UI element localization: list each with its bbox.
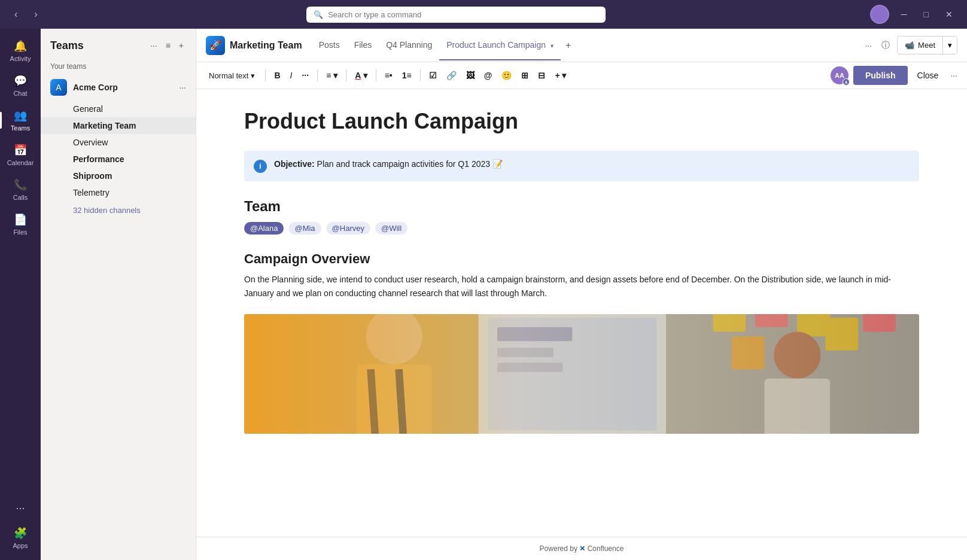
more-icon: ··· <box>16 502 25 515</box>
italic-button[interactable]: I <box>287 68 296 83</box>
calendar-icon: 📅 <box>14 144 27 157</box>
tab-q4planning[interactable]: Q4 Planning <box>379 31 439 60</box>
sidebar: Teams ··· ≡ + Your teams A Acme Corp ···… <box>41 29 196 560</box>
channel-item-performance[interactable]: Performance <box>41 151 196 168</box>
table-button[interactable]: ⊞ <box>518 68 532 83</box>
emoji-button[interactable]: 🙂 <box>498 68 515 83</box>
sidebar-more-button[interactable]: ··· <box>148 38 160 53</box>
campaign-overview-heading: Campaign Overview <box>244 251 919 267</box>
mention-harvey[interactable]: @Harvey <box>326 222 370 235</box>
toolbar-divider-3 <box>346 69 346 81</box>
channel-item-shiproom[interactable]: Shiproom <box>41 168 196 184</box>
search-bar[interactable]: 🔍 <box>306 7 606 23</box>
bullet-list-button[interactable]: ≡• <box>381 68 396 83</box>
user-avatar[interactable] <box>870 5 889 24</box>
more-formatting-button[interactable]: ··· <box>298 68 312 83</box>
mention-alana[interactable]: @Alana <box>244 222 284 235</box>
files-icon: 📄 <box>14 213 27 226</box>
nav-forward-button[interactable]: › <box>29 7 42 22</box>
align-button[interactable]: ≡ ▾ <box>323 68 341 83</box>
sidebar-item-teams[interactable]: 👥 Teams <box>0 103 41 138</box>
channel-info-button[interactable]: ⓘ <box>879 38 892 53</box>
left-nav: 🔔 Activity 💬 Chat 👥 Teams 📅 Calendar 📞 C… <box>0 29 41 560</box>
channel-name: Marketing Team <box>230 40 302 51</box>
toolbar-divider-4 <box>376 69 376 81</box>
font-color-icon: A <box>355 71 361 80</box>
publish-button[interactable]: Publish <box>853 66 908 85</box>
text-style-select[interactable]: Normal text ▾ <box>203 68 260 83</box>
minimize-button[interactable]: ─ <box>896 7 912 22</box>
team-group: A Acme Corp ··· General Marketing Team O… <box>41 74 196 220</box>
campaign-image <box>244 314 919 434</box>
sidebar-item-more[interactable]: ··· <box>0 496 41 521</box>
sidebar-add-button[interactable]: + <box>177 38 186 53</box>
sidebar-item-chat[interactable]: 💬 Chat <box>0 68 41 103</box>
tab-product-launch[interactable]: Product Launch Campaign ▾ <box>439 31 561 60</box>
bold-button[interactable]: B <box>270 68 284 83</box>
channel-more-button[interactable]: ··· <box>862 38 874 53</box>
channel-item-marketing-team[interactable]: Marketing Team <box>41 117 196 134</box>
sidebar-item-apps[interactable]: 🧩 Apps <box>0 521 41 555</box>
teams-icon: 👥 <box>14 109 27 122</box>
sidebar-title: Teams <box>50 39 84 52</box>
sidebar-filter-button[interactable]: ≡ <box>163 38 173 53</box>
tab-posts[interactable]: Posts <box>312 31 347 60</box>
team-name: Acme Corp <box>73 83 173 92</box>
calls-icon: 📞 <box>14 178 27 191</box>
more-actions-button[interactable]: ··· <box>948 68 960 83</box>
your-teams-label: Your teams <box>41 57 196 74</box>
meet-dropdown-button[interactable]: ▾ <box>942 36 957 54</box>
tab-product-launch-dropdown[interactable]: ▾ <box>551 42 554 49</box>
powered-by-text: Powered by <box>540 544 577 553</box>
apps-label: Apps <box>13 542 28 549</box>
channel-header-right: ··· ⓘ 📹 Meet ▾ <box>862 36 957 54</box>
mention-will[interactable]: @Will <box>375 222 408 235</box>
channel-item-overview[interactable]: Overview <box>41 134 196 151</box>
numbered-list-button[interactable]: 1≡ <box>399 68 415 83</box>
close-window-button[interactable]: ✕ <box>941 7 957 22</box>
team-more-button[interactable]: ··· <box>179 83 186 92</box>
editor-content: Product Launch Campaign i Objective: Pla… <box>196 89 967 537</box>
editor-toolbar: Normal text ▾ B I ··· ≡ ▾ A ▾ ≡• 1≡ ☑ 🔗 … <box>196 62 967 89</box>
search-input[interactable] <box>328 10 598 19</box>
author-initials: AA <box>835 72 844 79</box>
confluence-label: Confluence <box>588 544 624 553</box>
calls-label: Calls <box>13 194 28 201</box>
font-color-button[interactable]: A ▾ <box>351 68 370 83</box>
table-column-button[interactable]: ⊟ <box>534 68 549 83</box>
plus-insert-button[interactable]: + ▾ <box>551 68 570 83</box>
at-mention-button[interactable]: @ <box>481 68 496 83</box>
info-icon: i <box>254 160 267 173</box>
task-list-button[interactable]: ☑ <box>425 68 440 83</box>
sidebar-item-calls[interactable]: 📞 Calls <box>0 172 41 207</box>
team-header[interactable]: A Acme Corp ··· <box>41 74 196 101</box>
channel-list: General Marketing Team Overview Performa… <box>41 101 196 220</box>
image-button[interactable]: 🖼 <box>463 68 478 83</box>
sidebar-item-calendar[interactable]: 📅 Calendar <box>0 138 41 172</box>
sidebar-header-actions: ··· ≡ + <box>148 38 186 53</box>
text-style-label: Normal text <box>209 71 248 80</box>
activity-icon: 🔔 <box>14 39 27 53</box>
add-tab-button[interactable]: + <box>561 38 576 53</box>
sidebar-item-activity[interactable]: 🔔 Activity <box>0 34 41 68</box>
tab-files[interactable]: Files <box>347 31 379 60</box>
channel-icon: 🚀 <box>206 36 225 55</box>
toolbar-right: AA A Publish Close ··· <box>831 66 960 85</box>
files-label: Files <box>13 229 27 236</box>
meet-button[interactable]: 📹 Meet <box>898 37 942 53</box>
channel-tabs: Posts Files Q4 Planning Product Launch C… <box>312 31 576 60</box>
calendar-label: Calendar <box>7 159 34 166</box>
channel-item-general[interactable]: General <box>41 101 196 117</box>
channel-item-telemetry[interactable]: Telemetry <box>41 184 196 201</box>
mention-mia[interactable]: @Mia <box>288 222 321 235</box>
maximize-button[interactable]: □ <box>919 7 933 22</box>
link-button[interactable]: 🔗 <box>443 68 460 83</box>
hidden-channels-link[interactable]: 32 hidden channels <box>41 201 196 220</box>
window-nav: ‹ › <box>10 7 42 22</box>
nav-back-button[interactable]: ‹ <box>10 7 22 22</box>
close-editor-button[interactable]: Close <box>913 68 944 83</box>
search-icon: 🔍 <box>314 10 323 19</box>
tab-product-launch-label: Product Launch Campaign <box>446 40 546 50</box>
footer: Powered by ✕ Confluence <box>196 537 967 560</box>
sidebar-item-files[interactable]: 📄 Files <box>0 207 41 242</box>
